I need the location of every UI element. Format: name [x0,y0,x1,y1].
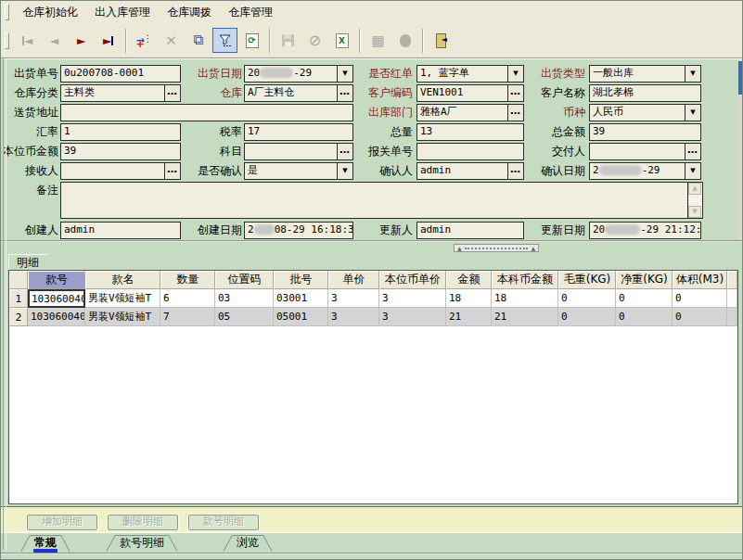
cust-name-field[interactable]: 湖北孝棉 [589,84,701,102]
table-cell[interactable]: 103060040 [28,308,85,326]
column-header-gross-weight[interactable]: 毛重(KG) [558,271,616,289]
menu-warehouse-init[interactable]: 仓库初始化 [14,2,86,23]
table-cell[interactable]: 21 [492,308,558,326]
customs-no-field[interactable] [416,143,524,160]
menu-warehouse-management[interactable]: 仓库管理 [220,2,281,23]
scrollbar-thumb[interactable] [738,61,743,95]
deliverer-lookup-button[interactable]: … [685,143,701,160]
table-cell[interactable]: 103060040 [28,289,85,308]
row-number-header[interactable] [9,271,28,289]
updater-field[interactable]: admin [416,222,524,239]
cancel-button[interactable]: ⊘ [302,28,327,53]
out-dept-field[interactable]: 雅格A厂 [416,104,508,121]
menu-in-out-management[interactable]: 出入库管理 [86,2,159,23]
update-date-field[interactable]: 20-29 21:12:36 [589,222,701,239]
red-flag-dropdown-button[interactable]: ▼ [508,65,524,83]
row-number-cell[interactable]: 1 [9,289,28,308]
table-cell[interactable]: 0 [558,289,616,308]
cust-code-field[interactable]: VEN1001 [416,84,508,102]
lock-button[interactable] [392,28,417,53]
currency-dropdown-button[interactable]: ▼ [685,104,701,121]
table-cell[interactable]: 3 [379,308,446,326]
last-record-button[interactable]: ► [96,28,121,53]
table-cell[interactable]: 3 [328,289,379,308]
receiver-field[interactable] [60,162,165,180]
column-header-qty[interactable]: 数量 [160,271,215,289]
table-cell[interactable]: 03001 [274,289,328,308]
base-amt-field[interactable]: 39 [60,143,181,160]
column-header-location[interactable]: 位置码 [215,271,274,289]
table-cell[interactable]: 男装V领短袖T [85,308,160,326]
copy-button[interactable]: ⧉ [186,28,211,53]
table-cell[interactable]: 0 [616,308,673,326]
column-header-style-name[interactable]: 款名 [85,271,160,289]
table-cell[interactable]: 21 [446,308,492,326]
column-header-unit-price[interactable]: 单价 [328,271,379,289]
splitter-handle[interactable]: ▲ ▲ [454,244,539,252]
red-flag-field[interactable]: 1, 蓝字单 [416,65,508,83]
table-cell[interactable]: 18 [446,289,492,308]
export-excel-button[interactable]: X [329,28,354,53]
table-cell[interactable]: 3 [379,289,446,308]
table-cell[interactable]: 0 [673,308,727,326]
total-qty-field[interactable]: 13 [416,123,524,141]
subject-field[interactable] [244,143,338,160]
ex-rate-field[interactable]: 1 [60,123,181,141]
confirmed-field[interactable]: 是 [244,162,338,180]
menubar-gripper[interactable] [5,4,9,20]
filter-button[interactable] [212,28,237,53]
add-detail-button[interactable]: 增加明细 [27,515,97,530]
confirm-date-dropdown-button[interactable]: ▼ [685,162,701,180]
refresh-button[interactable]: ⟳ [239,28,264,53]
table-cell[interactable]: 0 [616,289,673,308]
exit-button[interactable]: ◄ [429,28,454,53]
column-header-style-no[interactable]: 款号 [28,271,85,289]
next-record-button[interactable]: ► [69,28,94,53]
append-record-button[interactable]: →+⋮ [132,28,157,53]
delete-record-button[interactable]: ✕ [159,28,184,53]
warehouse-lookup-button[interactable]: … [338,84,353,102]
ship-type-field[interactable]: 一般出库 [589,65,685,83]
ship-date-field[interactable]: 20-29 [244,65,338,83]
table-cell[interactable]: 0 [558,308,616,326]
table-cell[interactable]: 05 [215,308,274,326]
deliverer-field[interactable] [589,143,685,160]
confirmed-dropdown-button[interactable]: ▼ [338,162,353,180]
menu-warehouse-transfer[interactable]: 仓库调拨 [159,2,220,23]
confirmer-lookup-button[interactable]: … [508,162,524,180]
out-dept-lookup-button[interactable]: … [508,104,524,121]
confirmer-field[interactable]: admin [416,162,508,180]
table-row[interactable]: 1103060040男装V领短袖T60303001331818000 [9,289,737,308]
tax-rate-field[interactable]: 17 [244,123,353,141]
column-header-amount[interactable]: 金额 [446,271,492,289]
scroll-down-icon[interactable]: ▼ [688,206,701,218]
remark-scrollbar[interactable]: ▲ ▼ [688,182,703,219]
subject-lookup-button[interactable]: … [338,143,353,160]
save-button[interactable] [275,28,301,53]
grid-view-button[interactable]: ▦ [365,28,391,53]
detail-tab[interactable]: 明细 [8,254,60,270]
column-header-base-amount[interactable]: 本科币金额 [492,271,558,289]
ship-addr-field[interactable] [60,104,353,121]
create-date-field[interactable]: 208-29 16:18:38 [244,222,353,239]
previous-record-button[interactable]: ◄ [42,28,67,53]
scroll-up-icon[interactable]: ▲ [688,183,701,195]
ship-type-dropdown-button[interactable]: ▼ [685,65,701,83]
column-header-net-weight[interactable]: 净重(KG) [616,271,673,289]
remark-textarea[interactable] [60,182,688,219]
tab-browse[interactable]: 浏览 [231,535,264,552]
table-cell[interactable]: 3 [328,308,379,326]
table-cell[interactable]: 6 [160,289,215,308]
style-detail-button[interactable]: 款号明细 [188,515,259,530]
cust-code-lookup-button[interactable]: … [508,84,524,102]
warehouse-field[interactable]: A厂主料仓 [244,84,338,102]
receiver-lookup-button[interactable]: … [165,162,181,180]
column-header-batch[interactable]: 批号 [274,271,328,289]
delete-detail-button[interactable]: 删除明细 [108,515,178,530]
tab-general[interactable]: 常规 [29,535,62,552]
table-cell[interactable]: 男装V领短袖T [85,289,160,308]
column-header-base-unit-price[interactable]: 本位币单价 [379,271,446,289]
confirm-date-field[interactable]: 2-29 [589,162,685,180]
toolbar-gripper[interactable] [5,32,9,49]
wh-class-lookup-button[interactable]: … [165,84,181,102]
